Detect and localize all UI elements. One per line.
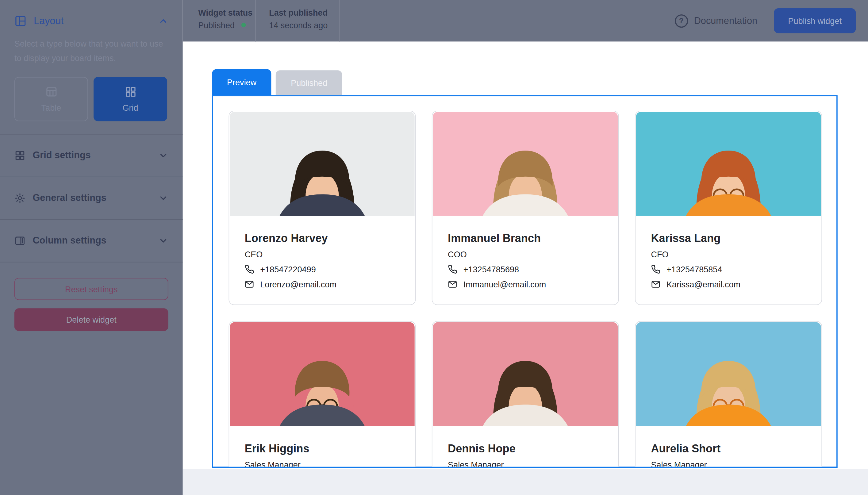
grid-icon — [14, 150, 25, 161]
contact-details: Dennis Hope Sales Manager — [432, 427, 618, 468]
grid-settings-label: Grid settings — [33, 150, 90, 161]
last-published-label: Last published — [269, 7, 339, 18]
contact-phone-row: +13254785854 — [651, 265, 806, 274]
widget-status-value: Published — [198, 20, 255, 31]
topbar-spacer — [340, 0, 675, 41]
contact-card: Aurelia Short Sales Manager — [635, 321, 822, 468]
topbar: Widget status Published Last published 1… — [183, 0, 868, 41]
layout-type-grid-label: Grid — [122, 103, 138, 113]
general-settings-label: General settings — [33, 193, 106, 204]
sidebar-item-general-settings[interactable]: General settings — [0, 177, 183, 220]
contact-card: Lorenzo Harvey CEO +18547220499 Lorenzo@… — [228, 111, 415, 305]
envelope-icon — [448, 279, 457, 289]
contact-details: Karissa Lang CFO +13254785854 Karissa@em… — [635, 217, 821, 289]
settings-sidebar: Layout Select a type below that you want… — [0, 0, 183, 495]
contact-email: Immanuel@email.com — [463, 279, 546, 289]
contact-phone-row: +13254785698 — [448, 265, 603, 274]
contact-name: Erik Higgins — [245, 442, 399, 455]
chevron-down-icon — [158, 236, 168, 246]
contact-phone-row: +18547220499 — [245, 265, 399, 274]
contact-name: Immanuel Branch — [448, 232, 603, 245]
phone-icon — [245, 265, 254, 274]
contact-photo — [636, 322, 821, 426]
last-published-value: 14 seconds ago — [269, 20, 339, 31]
contact-job-title: CEO — [245, 250, 399, 259]
widget-status-label: Widget status — [198, 7, 255, 18]
chevron-down-icon — [158, 151, 168, 160]
layout-type-options: Table Grid — [14, 77, 183, 121]
contact-card: Karissa Lang CFO +13254785854 Karissa@em… — [635, 111, 822, 305]
contact-name: Lorenzo Harvey — [245, 232, 399, 245]
documentation-label: Documentation — [694, 15, 757, 27]
app-window: Layout Select a type below that you want… — [0, 0, 868, 495]
contact-photo — [433, 112, 618, 216]
contact-phone: +13254785854 — [666, 265, 722, 274]
widget-preview-panel: Lorenzo Harvey CEO +18547220499 Lorenzo@… — [212, 95, 837, 468]
publish-widget-button[interactable]: Publish widget — [774, 8, 856, 33]
grid-icon — [124, 86, 136, 98]
main-canvas: Preview Published — [183, 41, 868, 495]
column-settings-label: Column settings — [33, 235, 106, 246]
layout-section-title: Layout — [34, 15, 64, 27]
contact-photo — [230, 112, 415, 216]
contact-card: Dennis Hope Sales Manager — [432, 321, 619, 468]
contact-email: Karissa@email.com — [666, 279, 741, 289]
layout-icon — [14, 15, 27, 27]
layout-type-table-button[interactable]: Table — [14, 77, 88, 121]
layout-section-header[interactable]: Layout — [0, 0, 183, 27]
contact-card: Erik Higgins Sales Manager — [228, 321, 415, 468]
contact-details: Erik Higgins Sales Manager — [229, 427, 415, 468]
envelope-icon — [245, 279, 254, 289]
contact-email-row: Immanuel@email.com — [448, 279, 603, 289]
contact-photo — [636, 112, 821, 216]
layout-type-table-label: Table — [41, 103, 61, 113]
chevron-up-icon — [158, 16, 168, 26]
columns-icon — [14, 235, 25, 246]
sidebar-item-column-settings[interactable]: Column settings — [0, 220, 183, 262]
contacts-grid: Lorenzo Harvey CEO +18547220499 Lorenzo@… — [213, 96, 836, 468]
layout-type-grid-button-selected[interactable]: Grid — [93, 77, 167, 121]
gear-icon — [14, 193, 25, 204]
contact-job-title: Sales Manager — [448, 460, 603, 468]
sidebar-item-grid-settings[interactable]: Grid settings — [0, 135, 183, 177]
delete-widget-button[interactable]: Delete widget — [14, 308, 168, 331]
contact-photo — [433, 322, 618, 426]
layout-description: Select a type below that you want to use… — [14, 36, 168, 65]
reset-settings-button[interactable]: Reset settings — [14, 278, 168, 300]
table-icon — [45, 86, 57, 98]
tab-preview[interactable]: Preview — [212, 69, 271, 96]
last-published-cell: Last published 14 seconds ago — [256, 0, 340, 41]
contact-details: Immanuel Branch COO +13254785698 Immanue… — [432, 217, 618, 289]
contact-email-row: Karissa@email.com — [651, 279, 806, 289]
tab-published[interactable]: Published — [276, 70, 342, 95]
contact-email: Lorenzo@email.com — [260, 279, 337, 289]
contact-job-title: CFO — [651, 250, 806, 259]
contact-phone: +13254785698 — [463, 265, 519, 274]
contact-job-title: COO — [448, 250, 603, 259]
contact-name: Aurelia Short — [651, 442, 806, 455]
phone-icon — [448, 265, 457, 274]
page-background-strip — [183, 469, 868, 495]
envelope-icon — [651, 279, 661, 289]
contact-details: Lorenzo Harvey CEO +18547220499 Lorenzo@… — [229, 217, 415, 289]
contact-job-title: Sales Manager — [651, 460, 806, 468]
contact-name: Dennis Hope — [448, 442, 603, 455]
phone-icon — [651, 265, 661, 274]
documentation-link[interactable]: ? Documentation — [675, 0, 757, 41]
contact-name: Karissa Lang — [651, 232, 806, 245]
contact-phone: +18547220499 — [260, 265, 316, 274]
widget-status-cell: Widget status Published — [183, 0, 256, 41]
help-question-icon: ? — [675, 14, 688, 27]
preview-tabs: Preview Published — [212, 69, 342, 96]
contact-job-title: Sales Manager — [245, 460, 399, 468]
contact-details: Aurelia Short Sales Manager — [635, 427, 821, 468]
chevron-down-icon — [158, 193, 168, 203]
contact-card: Immanuel Branch COO +13254785698 Immanue… — [432, 111, 619, 305]
sidebar-sections: Grid settings General settings Column se — [0, 134, 183, 262]
contact-photo — [230, 322, 415, 426]
status-green-dot — [241, 23, 246, 27]
contact-email-row: Lorenzo@email.com — [245, 279, 399, 289]
